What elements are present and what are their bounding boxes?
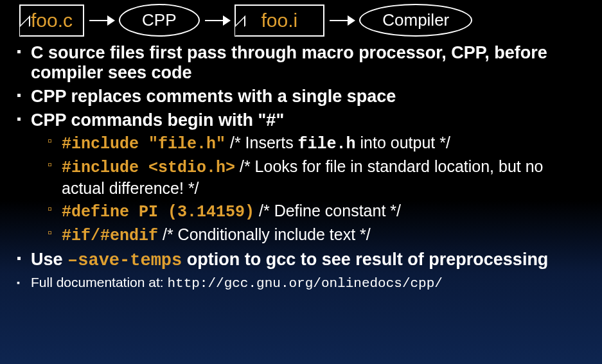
sub-item: #include <stdio.h> /* Looks for file in … <box>45 157 589 198</box>
bullet-text: Use <box>31 250 67 269</box>
sub-item: #if/#endif /* Conditionally include text… <box>45 225 589 246</box>
sub-item: #include "file.h" /* Inserts file.h into… <box>45 133 589 154</box>
comment-text: /* Conditionally include text */ <box>163 225 371 243</box>
sub-item: #define PI (3.14159) /* Define constant … <box>45 201 589 222</box>
code-text: #include "file.h" <box>62 135 226 153</box>
bullet-item: C source files first pass through macro … <box>13 43 589 83</box>
compiler-oval: Compiler <box>359 4 472 37</box>
bullet-item: Full documentation at: http://gcc.gnu.or… <box>13 275 589 291</box>
bullet-text: option to gcc to see result of preproces… <box>182 250 548 269</box>
file-foo-c: foo.c <box>19 4 84 37</box>
sub-list: #include "file.h" /* Inserts file.h into… <box>31 133 589 246</box>
bullet-item: CPP replaces comments with a single spac… <box>13 87 589 107</box>
bullet-item: Use –save-temps option to gcc to see res… <box>13 250 589 271</box>
bullet-text: CPP commands begin with "#" <box>31 110 284 130</box>
comment-text: /* Inserts <box>230 134 298 152</box>
bullet-list: C source files first pass through macro … <box>0 43 602 292</box>
bullet-item: CPP commands begin with "#" #include "fi… <box>13 110 589 246</box>
code-text: file.h <box>298 135 356 153</box>
comment-text: /* Define constant */ <box>259 202 401 220</box>
file-foo-i: foo.i <box>235 4 325 37</box>
bullet-text: Full documentation at: <box>31 275 167 290</box>
code-text: #if/#endif <box>62 227 158 245</box>
url-text: http://gcc.gnu.org/onlinedocs/cpp/ <box>167 276 442 291</box>
comment-text: into output */ <box>356 134 450 152</box>
code-text: #define PI (3.14159) <box>62 203 254 221</box>
code-text: –save-temps <box>67 251 182 270</box>
cpp-oval: CPP <box>119 4 199 37</box>
pipeline-diagram: foo.c CPP foo.i Compiler <box>0 0 602 43</box>
code-text: #include <stdio.h> <box>62 159 235 177</box>
